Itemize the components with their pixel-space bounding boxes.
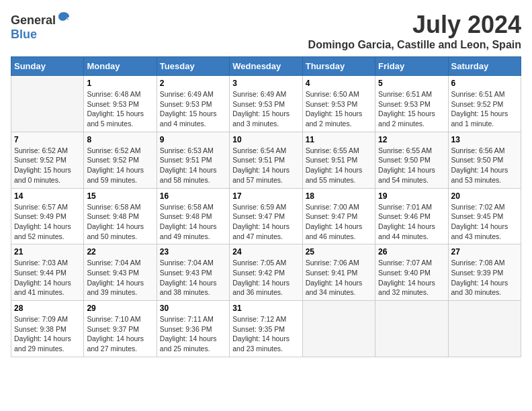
day-number: 13 [451,135,518,144]
day-info: Sunrise: 7:01 AMSunset: 9:46 PMDaylight:… [378,202,445,242]
day-number: 20 [451,191,518,201]
week-row-5: 28Sunrise: 7:09 AMSunset: 9:38 PMDayligh… [11,301,521,357]
day-info: Sunrise: 7:11 AMSunset: 9:36 PMDaylight:… [160,314,226,354]
day-number: 10 [232,135,299,144]
week-row-1: 1Sunrise: 6:48 AMSunset: 9:53 PMDaylight… [11,76,521,132]
day-number: 28 [14,304,81,313]
day-number: 25 [306,247,372,257]
day-number: 16 [160,191,226,201]
day-number: 11 [306,135,372,144]
day-number: 27 [451,247,518,257]
day-cell: 8Sunrise: 6:52 AMSunset: 9:52 PMDaylight… [84,132,157,188]
day-info: Sunrise: 6:55 AMSunset: 9:51 PMDaylight:… [306,146,372,185]
day-info: Sunrise: 6:53 AMSunset: 9:51 PMDaylight:… [160,146,226,185]
day-cell: 25Sunrise: 7:06 AMSunset: 9:41 PMDayligh… [302,244,375,301]
day-info: Sunrise: 6:57 AMSunset: 9:49 PMDaylight:… [14,202,81,242]
day-cell: 9Sunrise: 6:53 AMSunset: 9:51 PMDaylight… [157,132,229,188]
day-cell: 27Sunrise: 7:08 AMSunset: 9:39 PMDayligh… [448,244,521,301]
week-row-4: 21Sunrise: 7:03 AMSunset: 9:44 PMDayligh… [11,244,521,301]
day-cell: 26Sunrise: 7:07 AMSunset: 9:40 PMDayligh… [375,244,448,301]
day-info: Sunrise: 6:51 AMSunset: 9:53 PMDaylight:… [378,89,445,129]
day-cell: 31Sunrise: 7:12 AMSunset: 9:35 PMDayligh… [230,301,302,357]
day-cell: 13Sunrise: 6:56 AMSunset: 9:50 PMDayligh… [448,132,521,188]
day-info: Sunrise: 6:52 AMSunset: 9:52 PMDaylight:… [14,146,81,185]
day-cell: 22Sunrise: 7:04 AMSunset: 9:43 PMDayligh… [84,244,157,301]
day-info: Sunrise: 7:09 AMSunset: 9:38 PMDaylight:… [14,314,81,354]
day-cell: 3Sunrise: 6:49 AMSunset: 9:53 PMDaylight… [230,76,302,132]
logo: General Blue [11,11,71,42]
day-info: Sunrise: 6:58 AMSunset: 9:48 PMDaylight:… [87,202,153,242]
day-cell: 24Sunrise: 7:05 AMSunset: 9:42 PMDayligh… [230,244,302,301]
day-number: 9 [160,135,226,144]
day-info: Sunrise: 6:59 AMSunset: 9:47 PMDaylight:… [232,202,299,242]
day-cell: 28Sunrise: 7:09 AMSunset: 9:38 PMDayligh… [11,301,84,357]
header-cell-sunday: Sunday [11,57,84,76]
header-cell-wednesday: Wednesday [230,57,302,76]
day-info: Sunrise: 6:54 AMSunset: 9:51 PMDaylight:… [232,146,299,185]
day-cell [11,76,84,132]
day-cell: 7Sunrise: 6:52 AMSunset: 9:52 PMDaylight… [11,132,84,188]
page-header: General Blue July 2024 Domingo Garcia, C… [11,11,521,51]
day-cell [302,301,375,357]
day-info: Sunrise: 6:58 AMSunset: 9:48 PMDaylight:… [160,202,226,242]
day-number: 23 [160,247,226,257]
day-number: 26 [378,247,445,257]
day-cell: 5Sunrise: 6:51 AMSunset: 9:53 PMDaylight… [375,76,448,132]
title-block: July 2024 Domingo Garcia, Castille and L… [308,11,521,51]
header-cell-monday: Monday [84,57,157,76]
day-cell [448,301,521,357]
day-info: Sunrise: 7:05 AMSunset: 9:42 PMDaylight:… [232,258,299,298]
day-info: Sunrise: 7:10 AMSunset: 9:37 PMDaylight:… [87,314,153,354]
week-row-2: 7Sunrise: 6:52 AMSunset: 9:52 PMDaylight… [11,132,521,188]
day-number: 29 [87,304,153,313]
day-cell: 29Sunrise: 7:10 AMSunset: 9:37 PMDayligh… [84,301,157,357]
logo-general: General [11,13,56,27]
day-info: Sunrise: 7:02 AMSunset: 9:45 PMDaylight:… [451,202,518,242]
logo-bird-icon [57,11,71,24]
day-info: Sunrise: 6:51 AMSunset: 9:52 PMDaylight:… [451,89,518,129]
day-info: Sunrise: 7:12 AMSunset: 9:35 PMDaylight:… [232,314,299,354]
header-cell-tuesday: Tuesday [157,57,229,76]
day-cell: 6Sunrise: 6:51 AMSunset: 9:52 PMDaylight… [448,76,521,132]
logo-blue: Blue [11,28,37,41]
day-number: 1 [87,79,153,88]
day-cell: 20Sunrise: 7:02 AMSunset: 9:45 PMDayligh… [448,188,521,244]
day-number: 8 [87,135,153,144]
day-number: 17 [232,191,299,201]
day-cell: 21Sunrise: 7:03 AMSunset: 9:44 PMDayligh… [11,244,84,301]
location-title: Domingo Garcia, Castille and Leon, Spain [308,39,521,51]
day-number: 18 [306,191,372,201]
day-cell: 18Sunrise: 7:00 AMSunset: 9:47 PMDayligh… [302,188,375,244]
day-cell: 11Sunrise: 6:55 AMSunset: 9:51 PMDayligh… [302,132,375,188]
logo-text: General Blue [11,11,71,42]
day-number: 19 [378,191,445,201]
day-info: Sunrise: 7:04 AMSunset: 9:43 PMDaylight:… [87,258,153,298]
day-info: Sunrise: 7:08 AMSunset: 9:39 PMDaylight:… [451,258,518,298]
day-info: Sunrise: 6:49 AMSunset: 9:53 PMDaylight:… [160,89,226,129]
day-info: Sunrise: 7:03 AMSunset: 9:44 PMDaylight:… [14,258,81,298]
header-cell-friday: Friday [375,57,448,76]
day-cell: 12Sunrise: 6:55 AMSunset: 9:50 PMDayligh… [375,132,448,188]
day-cell: 4Sunrise: 6:50 AMSunset: 9:53 PMDaylight… [302,76,375,132]
day-number: 15 [87,191,153,201]
day-number: 30 [160,304,226,313]
day-number: 22 [87,247,153,257]
day-info: Sunrise: 7:06 AMSunset: 9:41 PMDaylight:… [306,258,372,298]
day-number: 6 [451,79,518,88]
day-cell: 23Sunrise: 7:04 AMSunset: 9:43 PMDayligh… [157,244,229,301]
day-cell: 15Sunrise: 6:58 AMSunset: 9:48 PMDayligh… [84,188,157,244]
day-cell [375,301,448,357]
day-info: Sunrise: 7:07 AMSunset: 9:40 PMDaylight:… [378,258,445,298]
day-info: Sunrise: 6:52 AMSunset: 9:52 PMDaylight:… [87,146,153,185]
day-cell: 16Sunrise: 6:58 AMSunset: 9:48 PMDayligh… [157,188,229,244]
day-number: 24 [232,247,299,257]
day-info: Sunrise: 6:55 AMSunset: 9:50 PMDaylight:… [378,146,445,185]
day-number: 12 [378,135,445,144]
day-number: 31 [232,304,299,313]
day-number: 4 [306,79,372,88]
day-info: Sunrise: 7:04 AMSunset: 9:43 PMDaylight:… [160,258,226,298]
month-title: July 2024 [308,11,521,39]
day-info: Sunrise: 6:56 AMSunset: 9:50 PMDaylight:… [451,146,518,185]
day-info: Sunrise: 7:00 AMSunset: 9:47 PMDaylight:… [306,202,372,242]
day-cell: 30Sunrise: 7:11 AMSunset: 9:36 PMDayligh… [157,301,229,357]
